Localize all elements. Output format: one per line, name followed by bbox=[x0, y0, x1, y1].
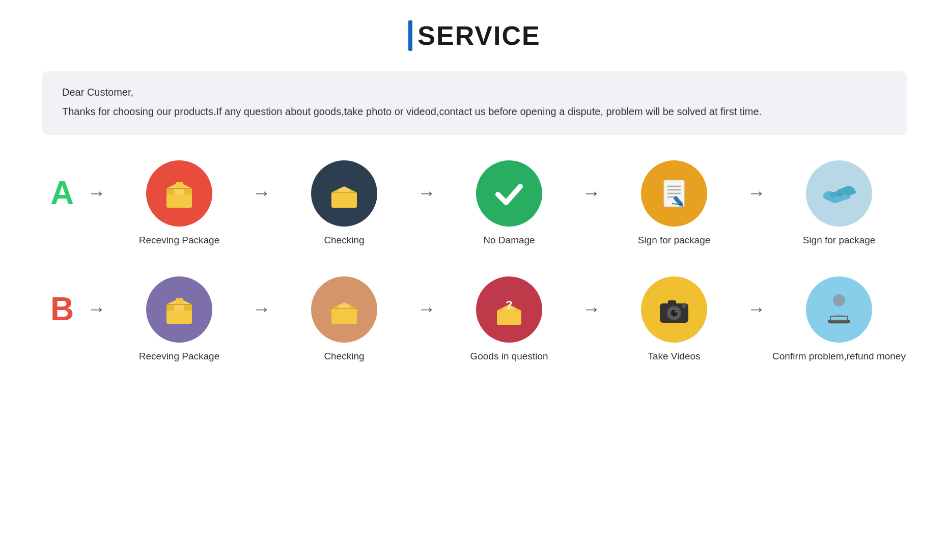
arrow-b0: → bbox=[88, 298, 106, 320]
step-icon-a4 bbox=[641, 160, 707, 227]
svg-point-43 bbox=[682, 304, 686, 308]
step-icon-b3: ? bbox=[476, 276, 542, 343]
step-icon-b4 bbox=[641, 276, 707, 343]
flow-section: A → Receving Package bbox=[42, 160, 907, 372]
svg-rect-4 bbox=[176, 182, 183, 188]
flow-letter-a: A bbox=[42, 174, 82, 212]
svg-rect-25 bbox=[176, 298, 183, 304]
arrow-a3: → bbox=[582, 182, 601, 204]
flow-step-a4: Sign for package bbox=[606, 160, 742, 246]
step-label-a4: Sign for package bbox=[638, 235, 711, 246]
flow-step-a3: No Damage bbox=[441, 160, 577, 246]
arrow-b3: → bbox=[582, 298, 601, 320]
step-label-a2: Checking bbox=[324, 235, 364, 246]
svg-rect-47 bbox=[831, 317, 847, 320]
arrow-a1: → bbox=[253, 182, 271, 204]
arrow-b2: → bbox=[417, 298, 436, 320]
step-icon-a3 bbox=[476, 160, 542, 227]
flow-step-a1: Receving Package bbox=[111, 160, 247, 246]
svg-rect-32 bbox=[497, 311, 521, 325]
svg-rect-27 bbox=[331, 309, 357, 324]
step-label-b2: Checking bbox=[324, 351, 364, 362]
step-label-a1: Receving Package bbox=[139, 235, 219, 246]
flow-step-b4: Take Videos bbox=[606, 276, 742, 362]
svg-point-40 bbox=[671, 310, 678, 317]
page-header: SERVICE bbox=[408, 20, 540, 51]
step-icon-b1 bbox=[146, 276, 212, 343]
svg-rect-23 bbox=[174, 304, 184, 311]
svg-marker-35 bbox=[515, 307, 521, 311]
step-label-b5: Confirm problem,refund money bbox=[772, 351, 906, 362]
step-icon-a5 bbox=[806, 160, 872, 227]
step-icon-b2 bbox=[311, 276, 377, 343]
flow-step-b3: ? Goods in question bbox=[441, 276, 577, 362]
step-label-a3: No Damage bbox=[483, 235, 535, 246]
step-icon-a1 bbox=[146, 160, 212, 227]
step-label-b1: Receving Package bbox=[139, 351, 219, 362]
page-title: SERVICE bbox=[417, 20, 540, 51]
step-icon-b5 bbox=[806, 276, 872, 343]
notice-text: Thanks for choosing our products.If any … bbox=[62, 103, 887, 120]
notice-box: Dear Customer, Thanks for choosing our p… bbox=[42, 71, 907, 135]
step-icon-a2 bbox=[311, 160, 377, 227]
arrow-a4: → bbox=[747, 182, 766, 204]
svg-text:?: ? bbox=[506, 298, 512, 311]
flow-step-a2: Checking bbox=[276, 160, 412, 246]
arrow-b1: → bbox=[253, 298, 271, 320]
svg-point-41 bbox=[675, 311, 677, 313]
flow-step-b5: Confirm problem,refund money bbox=[771, 276, 907, 362]
svg-point-44 bbox=[833, 294, 845, 306]
arrow-b4: → bbox=[747, 298, 766, 320]
flow-step-a5: Sign for package bbox=[771, 160, 907, 246]
svg-rect-42 bbox=[668, 300, 676, 304]
flow-step-b1: Receving Package bbox=[111, 276, 247, 362]
header-accent-bar bbox=[408, 20, 412, 51]
arrow-a2: → bbox=[417, 182, 436, 204]
step-label-b4: Take Videos bbox=[648, 351, 700, 362]
flow-letter-b: B bbox=[42, 290, 82, 328]
arrow-a0: → bbox=[88, 182, 106, 204]
step-label-b3: Goods in question bbox=[470, 351, 548, 362]
svg-point-20 bbox=[838, 193, 842, 196]
flow-row-b: B → Receving Package → bbox=[42, 276, 907, 362]
notice-dear: Dear Customer, bbox=[62, 87, 887, 98]
flow-row-a: A → Receving Package bbox=[42, 160, 907, 246]
step-label-a5: Sign for package bbox=[803, 235, 876, 246]
svg-rect-6 bbox=[331, 192, 357, 208]
flow-step-b2: Checking bbox=[276, 276, 412, 362]
svg-marker-34 bbox=[497, 307, 503, 311]
svg-rect-2 bbox=[174, 188, 184, 194]
